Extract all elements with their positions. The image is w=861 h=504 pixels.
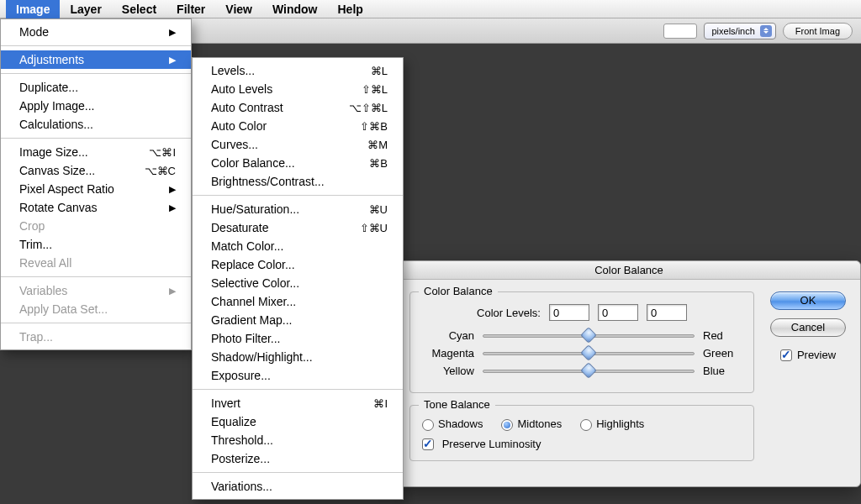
adjust-menu-auto-levels[interactable]: Auto Levels⇧⌘L [193,80,403,98]
adjust-menu-invert[interactable]: Invert⌘I [193,394,403,412]
adjust-menu-brightness-contrast[interactable]: Brightness/Contrast... [193,172,403,191]
dialog-title: Color Balance [398,261,860,280]
slider-track-0[interactable] [483,334,695,338]
resolution-input[interactable] [663,24,697,39]
color-balance-group: Color Balance Color Levels: CyanRedMagen… [409,291,754,393]
adjust-menu-photo-filter[interactable]: Photo Filter... [193,329,403,348]
image-menu-trim[interactable]: Trim... [1,235,191,254]
submenu-arrow-icon: ▶ [169,184,176,195]
image-menu-duplicate[interactable]: Duplicate... [1,78,191,97]
image-menu-adjustments[interactable]: Adjustments▶ [1,50,191,69]
adjust-menu-color-balance[interactable]: Color Balance...⌘B [193,154,403,172]
slider-track-1[interactable] [483,352,695,355]
color-balance-legend: Color Balance [419,285,498,297]
submenu-arrow-icon: ▶ [169,55,176,66]
adjust-menu-levels[interactable]: Levels...⌘L [193,61,403,80]
menu-layer[interactable]: Layer [60,0,111,18]
color-level-1[interactable] [598,304,638,321]
image-menu-pixel-aspect-ratio[interactable]: Pixel Aspect Ratio▶ [1,180,191,198]
image-menu-trap: Trap... [1,328,191,346]
image-menu-reveal-all: Reveal All [1,254,191,272]
adjust-menu-threshold[interactable]: Threshold... [193,431,403,449]
slider-thumb-0[interactable] [580,327,597,344]
front-image-button[interactable]: Front Imag [783,23,853,39]
preserve-luminosity-checkbox[interactable] [422,438,434,450]
adjust-menu-auto-color[interactable]: Auto Color⇧⌘B [193,117,403,135]
menubar: ImageLayerSelectFilterViewWindowHelp [0,0,861,18]
adjust-menu-desaturate[interactable]: Desaturate⇧⌘U [193,218,403,237]
adjust-menu-channel-mixer[interactable]: Channel Mixer... [193,292,403,311]
slider-yellow-blue: YellowBlue [422,365,742,377]
slider-magenta-green: MagentaGreen [422,347,742,360]
slider-thumb-2[interactable] [580,362,597,379]
radio-icon[interactable] [501,419,513,431]
submenu-arrow-icon: ▶ [169,286,176,297]
image-menu-dropdown: Mode▶Adjustments▶Duplicate...Apply Image… [0,18,192,350]
image-menu-apply-image[interactable]: Apply Image... [1,97,191,115]
tone-shadows[interactable]: Shadows [422,417,483,431]
ok-button[interactable]: OK [770,291,846,310]
adjust-menu-posterize[interactable]: Posterize... [193,449,403,468]
color-level-0[interactable] [549,304,589,321]
adjust-menu-variations[interactable]: Variations... [193,477,403,496]
adjust-menu-shadow-highlight[interactable]: Shadow/Highlight... [193,348,403,366]
adjust-menu-curves[interactable]: Curves...⌘M [193,135,403,154]
chevron-updown-icon [760,25,772,37]
preserve-luminosity-row[interactable]: Preserve Luminosity [422,438,742,451]
submenu-arrow-icon: ▶ [169,202,176,213]
menu-help[interactable]: Help [328,0,373,18]
color-level-2[interactable] [647,304,687,321]
radio-icon[interactable] [580,419,592,431]
slider-thumb-1[interactable] [580,344,597,361]
slider-cyan-red: CyanRed [422,329,742,342]
color-levels-label: Color Levels: [477,307,541,319]
preview-checkbox[interactable] [780,349,792,361]
adjust-menu-auto-contrast[interactable]: Auto Contrast⌥⇧⌘L [193,98,403,117]
units-label: pixels/inch [711,26,754,36]
adjust-menu-match-color[interactable]: Match Color... [193,237,403,255]
menu-view[interactable]: View [215,0,262,18]
adjust-menu-hue-saturation[interactable]: Hue/Saturation...⌘U [193,200,403,218]
preview-row[interactable]: Preview [780,349,836,361]
menu-select[interactable]: Select [112,0,166,18]
adjustments-submenu: Levels...⌘LAuto Levels⇧⌘LAuto Contrast⌥⇧… [192,57,404,500]
cancel-button[interactable]: Cancel [770,318,846,337]
adjust-menu-exposure[interactable]: Exposure... [193,366,403,385]
tone-midtones[interactable]: Midtones [501,417,562,431]
radio-icon[interactable] [422,419,434,431]
tone-balance-group: Tone Balance ShadowsMidtonesHighlights P… [409,405,754,461]
image-menu-rotate-canvas[interactable]: Rotate Canvas▶ [1,198,191,217]
image-menu-canvas-size[interactable]: Canvas Size...⌥⌘C [1,161,191,180]
adjust-menu-selective-color[interactable]: Selective Color... [193,274,403,292]
tone-balance-legend: Tone Balance [419,398,495,411]
adjust-menu-replace-color[interactable]: Replace Color... [193,255,403,274]
image-menu-image-size[interactable]: Image Size...⌥⌘I [1,143,191,161]
color-balance-dialog: Color Balance Color Balance Color Levels… [397,260,861,487]
menu-filter[interactable]: Filter [166,0,215,18]
image-menu-calculations[interactable]: Calculations... [1,115,191,134]
menu-window[interactable]: Window [262,0,328,18]
adjust-menu-gradient-map[interactable]: Gradient Map... [193,311,403,329]
slider-track-2[interactable] [483,370,695,373]
image-menu-mode[interactable]: Mode▶ [1,23,191,41]
image-menu-variables: Variables▶ [1,281,191,300]
adjust-menu-equalize[interactable]: Equalize [193,412,403,431]
image-menu-crop: Crop [1,217,191,235]
tone-highlights[interactable]: Highlights [580,417,644,431]
image-menu-apply-data-set: Apply Data Set... [1,300,191,318]
units-select[interactable]: pixels/inch [704,23,775,39]
menu-image[interactable]: Image [6,0,60,18]
submenu-arrow-icon: ▶ [169,27,176,38]
